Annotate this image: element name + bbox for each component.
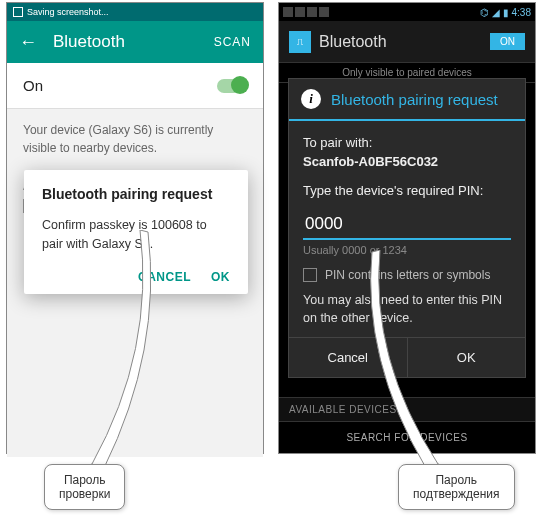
back-arrow-icon[interactable]: ← xyxy=(19,32,37,53)
statusbar-left-icons xyxy=(283,7,329,17)
signal-icon: ◢ xyxy=(492,7,500,18)
battery-icon: ▮ xyxy=(503,7,509,18)
callout-text: Парольпроверки xyxy=(59,473,110,501)
callout-right: Парольподтверждения xyxy=(398,464,515,510)
cancel-button[interactable]: Cancel xyxy=(289,338,408,377)
toggle-switch-icon[interactable] xyxy=(217,79,247,93)
appbar-right: ⎍ Bluetooth ON xyxy=(279,21,535,63)
pair-with-label: To pair with: xyxy=(303,135,511,150)
on-label: On xyxy=(23,77,217,94)
scan-button[interactable]: SCAN xyxy=(214,35,251,49)
appbar-left: ← Bluetooth SCAN xyxy=(7,21,263,63)
ok-button[interactable]: OK xyxy=(211,270,230,284)
checkbox-label: PIN contains letters or symbols xyxy=(325,268,490,282)
pairing-dialog-left: Bluetooth pairing request Confirm passke… xyxy=(24,170,248,294)
appbar-title: Bluetooth xyxy=(319,33,490,51)
dialog-body: Confirm passkey is 100608 to pair with G… xyxy=(42,216,230,254)
screenshot-icon xyxy=(13,7,23,17)
visibility-text: Your device (Galaxy S6) is currently vis… xyxy=(7,109,263,169)
app-icon xyxy=(307,7,317,17)
search-devices-button[interactable]: SEARCH FOR DEVICES xyxy=(279,422,535,453)
app-icon xyxy=(319,7,329,17)
cancel-button[interactable]: CANCEL xyxy=(138,270,191,284)
pin-hint: Usually 0000 or 1234 xyxy=(303,244,511,256)
pin-input[interactable]: 0000 xyxy=(303,210,511,240)
callout-left: Парольпроверки xyxy=(44,464,125,510)
bluetooth-icon: ⎍ xyxy=(289,31,311,53)
dialog-buttons: CANCEL OK xyxy=(42,270,230,284)
callout-text: Парольподтверждения xyxy=(413,473,500,501)
dialog-buttons: Cancel OK xyxy=(289,337,525,377)
pin-note: You may also need to enter this PIN on t… xyxy=(303,292,511,327)
pin-label: Type the device's required PIN: xyxy=(303,183,511,198)
bluetooth-icon: ⌬ xyxy=(480,7,489,18)
checkbox-icon[interactable] xyxy=(303,268,317,282)
app-icon xyxy=(295,7,305,17)
on-toggle-button[interactable]: ON xyxy=(490,33,525,50)
bluetooth-toggle-row[interactable]: On xyxy=(7,63,263,109)
pair-device-name: Scanfob-A0BF56C032 xyxy=(303,154,511,169)
dialog-body: To pair with: Scanfob-A0BF56C032 Type th… xyxy=(289,121,525,337)
checkbox-row[interactable]: PIN contains letters or symbols xyxy=(303,268,511,282)
dialog-header: i Bluetooth pairing request xyxy=(289,79,525,121)
available-devices-header: AVAILABLE DEVICES xyxy=(279,397,535,422)
dialog-title: Bluetooth pairing request xyxy=(331,91,498,108)
app-icon xyxy=(283,7,293,17)
info-icon: i xyxy=(301,89,321,109)
statusbar-right-icons: ⌬ ◢ ▮ 4:38 xyxy=(480,7,531,18)
pairing-dialog-right: i Bluetooth pairing request To pair with… xyxy=(288,78,526,378)
statusbar-left: Saving screenshot... xyxy=(7,3,263,21)
statusbar-text: Saving screenshot... xyxy=(27,7,109,17)
clock-text: 4:38 xyxy=(512,7,531,18)
bottom-actions: AVAILABLE DEVICES SEARCH FOR DEVICES xyxy=(279,397,535,453)
ok-button[interactable]: OK xyxy=(408,338,526,377)
dialog-title: Bluetooth pairing request xyxy=(42,186,230,202)
statusbar-right: ⌬ ◢ ▮ 4:38 xyxy=(279,3,535,21)
appbar-title: Bluetooth xyxy=(53,32,214,52)
